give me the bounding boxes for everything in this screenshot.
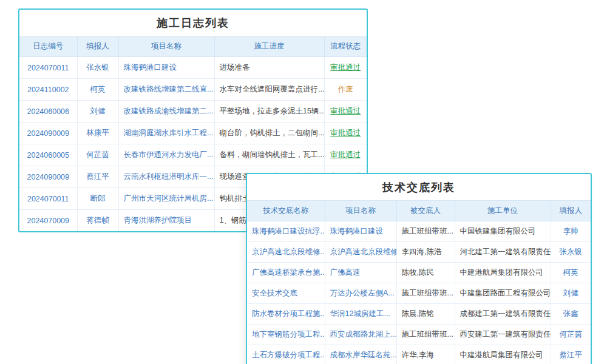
log-id-link[interactable]: 2024060006 (27, 107, 69, 116)
construction-log-header-row: 日志编号填报人项目名称施工进度流程状态 (19, 36, 367, 57)
column-header: 填报人 (551, 201, 591, 221)
tech-disclosure-header-row: 技术交底名称项目名称被交底人施工单位填报人 (247, 201, 591, 221)
table-row: 2024060006刘健改建铁路成渝线增建第二...平整场地，拉走多余泥土15辆… (19, 101, 367, 123)
briefed-person-text: 陈牧,陈民 (402, 268, 434, 277)
table-row: 地下室钢筋分项工程...西安成都路龙湖上...施工班组带班...西安建工第一建筑… (247, 325, 591, 345)
disclosure-name-link[interactable]: 防水卷材分项工程施... (252, 309, 325, 318)
reporter-link[interactable]: 何芷茵 (86, 150, 109, 159)
status-link[interactable]: 审批通过 (330, 129, 361, 137)
table-row: 2024070011张永银珠海鹤港口建设进场准备审批通过 (19, 57, 367, 79)
project-link[interactable]: 京沪高速北京段维修 (330, 248, 397, 256)
column-header: 填报人 (77, 36, 118, 57)
project-link[interactable]: 云南水利枢纽潜明水库一... (124, 172, 214, 181)
table-row: 广佛高速桥梁承台施...广佛高速陈牧,陈民中建港航局集团有限公司柯英 (247, 263, 591, 283)
reporter-link[interactable]: 蔡江平 (560, 351, 583, 359)
reporter-link[interactable]: 柯英 (563, 268, 578, 277)
disclosure-name-link[interactable]: 安全技术交底 (252, 289, 297, 297)
log-id-link[interactable]: 2024110002 (27, 86, 69, 94)
reporter-link[interactable]: 张鑫 (563, 309, 578, 318)
progress-text: 进场准备 (220, 63, 250, 72)
log-id-link[interactable]: 2024070009 (27, 217, 69, 225)
log-id-link[interactable]: 2024070011 (27, 64, 69, 72)
tech-disclosure-panel: 技术交底列表 技术交底名称项目名称被交底人施工单位填报人 珠海鹤港口建设抗浮..… (246, 173, 592, 364)
column-header: 技术交底名称 (247, 201, 325, 221)
project-link[interactable]: 改建铁路线增建第二线直... (124, 85, 214, 93)
reporter-link[interactable]: 刘健 (90, 107, 106, 115)
project-link[interactable]: 成都水岸华廷名苑... (330, 351, 397, 359)
log-id-link[interactable]: 2024060005 (27, 151, 69, 160)
reporter-link[interactable]: 何芷茵 (560, 330, 583, 339)
disclosure-name-link[interactable]: 京沪高速北京段维修... (252, 248, 325, 256)
project-link[interactable]: 湖南洞庭湖水库引水工程... (124, 129, 214, 137)
column-header: 施工单位 (455, 201, 551, 221)
construction-unit-text: 河北建工第一建筑有限责任公司 (460, 248, 551, 256)
column-header: 流程状态 (324, 36, 367, 57)
progress-text: 砌台阶，钩机排土，二包砌间... (220, 129, 325, 137)
reporter-link[interactable]: 张永银 (86, 63, 109, 72)
construction-unit-text: 中国铁建集团有限公司 (460, 227, 536, 235)
table-row: 京沪高速北京段维修...京沪高速北京段维修李四海,陈浩河北建工第一建筑有限责任公… (247, 242, 591, 263)
project-link[interactable]: 华润12城房建工... (330, 309, 390, 318)
log-id-link[interactable]: 2024070011 (27, 195, 69, 203)
log-id-link[interactable]: 2024090009 (27, 173, 69, 181)
table-row: 珠海鹤港口建设抗浮...珠海鹤港口建设施工班组带班...中国铁建集团有限公司李帅 (247, 221, 591, 242)
tech-disclosure-title: 技术交底列表 (247, 174, 591, 201)
briefed-person-text: 李四海,陈浩 (402, 248, 442, 256)
column-header: 被交底人 (396, 201, 455, 221)
status-link[interactable]: 审批通过 (330, 107, 361, 115)
reporter-link[interactable]: 刘健 (563, 289, 578, 297)
construction-log-title: 施工日志列表 (19, 10, 367, 36)
table-row: 2024090009林康平湖南洞庭湖水库引水工程...砌台阶，钩机排土，二包砌间… (19, 123, 367, 144)
project-link[interactable]: 珠海鹤港口建设 (124, 63, 177, 72)
table-row: 2024110002柯英改建铁路线增建第二线直...水车对全线遮阳网覆盖点进行.… (19, 79, 367, 101)
project-link[interactable]: 广州市天河区统计局机房... (124, 194, 214, 203)
reporter-link[interactable]: 断郎 (90, 194, 106, 203)
column-header: 施工进度 (214, 36, 324, 57)
log-id-link[interactable]: 2024090009 (27, 129, 69, 138)
briefed-person-text: 许华,李海 (402, 351, 434, 359)
construction-unit-text: 中建港航局集团有限公司 (460, 268, 544, 277)
reporter-link[interactable]: 柯英 (90, 85, 106, 93)
reporter-link[interactable]: 蔡江平 (86, 172, 109, 181)
page: 施工日志列表 日志编号填报人项目名称施工进度流程状态 2024070011张永银… (0, 0, 607, 364)
reporter-link[interactable]: 林康平 (86, 129, 109, 137)
project-link[interactable]: 广佛高速 (330, 268, 361, 277)
column-header: 项目名称 (118, 36, 214, 57)
table-row: 防水卷材分项工程施...华润12城房建工...陈晨,陈铭成都建工第一建筑有限责任… (247, 304, 591, 325)
briefed-person-text: 施工班组带班... (402, 330, 453, 339)
disclosure-name-link[interactable]: 广佛高速桥梁承台施... (252, 268, 325, 277)
reporter-link[interactable]: 李帅 (563, 227, 578, 235)
progress-text: 备料，砌间墙钩机排土，瓦工... (220, 150, 325, 159)
disclosure-name-link[interactable]: 土石方爆破分项工程... (252, 351, 325, 359)
reporter-link[interactable]: 蒋德帧 (86, 216, 109, 224)
column-header: 项目名称 (325, 201, 396, 221)
construction-unit-text: 成都建工第一建筑有限责任公司 (460, 309, 551, 318)
disclosure-name-link[interactable]: 地下室钢筋分项工程... (252, 330, 325, 339)
project-link[interactable]: 万达办公楼左侧A... (330, 289, 395, 297)
project-link[interactable]: 青海洪湖养护院项目 (124, 216, 192, 224)
status-link[interactable]: 审批通过 (330, 63, 361, 72)
reporter-link[interactable]: 张永银 (560, 248, 583, 256)
construction-unit-text: 中建港航局集团有限公司 (460, 351, 544, 359)
construction-unit-text: 中建集团路面工程有限公司 (460, 289, 551, 297)
status-link[interactable]: 作废 (338, 85, 353, 93)
project-link[interactable]: 西安成都路龙湖上... (330, 330, 397, 339)
table-row: 安全技术交底万达办公楼左侧A...施工班组带班...中建集团路面工程有限公司刘健 (247, 283, 591, 304)
briefed-person-text: 施工班组带班... (402, 289, 453, 297)
table-row: 2024060005何芷茵长春市伊通河水力发电厂...备料，砌间墙钩机排土，瓦工… (19, 144, 367, 166)
project-link[interactable]: 珠海鹤港口建设 (330, 227, 384, 235)
progress-text: 水车对全线遮阳网覆盖点进行... (220, 85, 325, 93)
project-link[interactable]: 长春市伊通河水力发电厂... (124, 150, 214, 159)
briefed-person-text: 施工班组带班... (402, 227, 453, 235)
construction-unit-text: 西安建工第一建筑有限责任公司 (460, 330, 551, 339)
table-row: 土石方爆破分项工程...成都水岸华廷名苑...许华,李海中建港航局集团有限公司蔡… (247, 345, 591, 364)
briefed-person-text: 陈晨,陈铭 (402, 309, 434, 318)
project-link[interactable]: 改建铁路成渝线增建第二... (124, 107, 214, 115)
column-header: 日志编号 (19, 36, 77, 57)
progress-text: 平整场地，拉走多余泥土15辆... (220, 107, 325, 115)
tech-disclosure-table: 技术交底名称项目名称被交底人施工单位填报人 珠海鹤港口建设抗浮...珠海鹤港口建… (247, 201, 591, 364)
disclosure-name-link[interactable]: 珠海鹤港口建设抗浮... (252, 227, 325, 235)
status-link[interactable]: 审批通过 (330, 150, 361, 159)
